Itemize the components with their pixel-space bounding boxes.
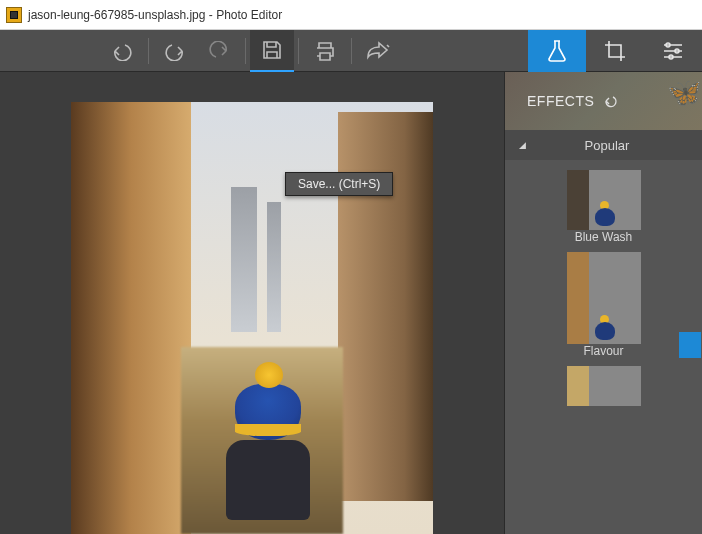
effect-label: Flavour xyxy=(567,344,641,358)
save-tooltip: Save... (Ctrl+S) xyxy=(285,172,393,196)
side-panel-header: EFFECTS 🦋 xyxy=(505,72,702,130)
redo-forward-icon xyxy=(207,41,231,61)
effects-thumbs: Blue Wash Flavour xyxy=(505,160,702,534)
category-label: Popular xyxy=(534,138,688,153)
effects-category-row[interactable]: ◢ Popular xyxy=(505,130,702,160)
effects-label: EFFECTS xyxy=(527,93,594,109)
print-icon xyxy=(313,40,337,62)
tab-crop[interactable] xyxy=(586,30,644,72)
save-button[interactable] xyxy=(250,30,294,72)
save-icon xyxy=(261,39,283,61)
flask-icon xyxy=(546,38,568,64)
effect-flavour[interactable]: Flavour xyxy=(567,252,641,364)
canvas-image[interactable] xyxy=(71,102,433,534)
sliders-icon xyxy=(661,41,685,61)
side-panel: EFFECTS 🦋 ◢ Popular Blue Wash Flavour xyxy=(504,72,702,534)
redo-icon xyxy=(163,41,187,61)
print-button[interactable] xyxy=(303,30,347,72)
butterfly-decor: 🦋 xyxy=(667,76,703,109)
collapse-icon: ◢ xyxy=(519,140,526,150)
titlebar: jason-leung-667985-unsplash.jpg - Photo … xyxy=(0,0,702,30)
undo-button[interactable] xyxy=(100,30,144,72)
separator xyxy=(351,38,352,64)
tab-adjust[interactable] xyxy=(644,30,702,72)
crop-icon xyxy=(603,39,627,63)
redo-forward-button[interactable] xyxy=(197,30,241,72)
effect-item[interactable] xyxy=(567,366,641,412)
app-icon xyxy=(6,7,22,23)
tab-effects[interactable] xyxy=(528,30,586,72)
redo-button[interactable] xyxy=(153,30,197,72)
share-button[interactable] xyxy=(356,30,400,72)
effect-label: Blue Wash xyxy=(567,230,641,244)
separator xyxy=(298,38,299,64)
separator xyxy=(148,38,149,64)
toolbar xyxy=(0,30,702,72)
undo-small-icon[interactable] xyxy=(602,94,618,108)
effect-blue-wash[interactable]: Blue Wash xyxy=(567,170,641,250)
canvas-area: Save... (Ctrl+S) xyxy=(0,72,504,534)
undo-icon xyxy=(110,41,134,61)
separator xyxy=(245,38,246,64)
share-icon xyxy=(365,41,391,61)
window-title: jason-leung-667985-unsplash.jpg - Photo … xyxy=(28,8,282,22)
